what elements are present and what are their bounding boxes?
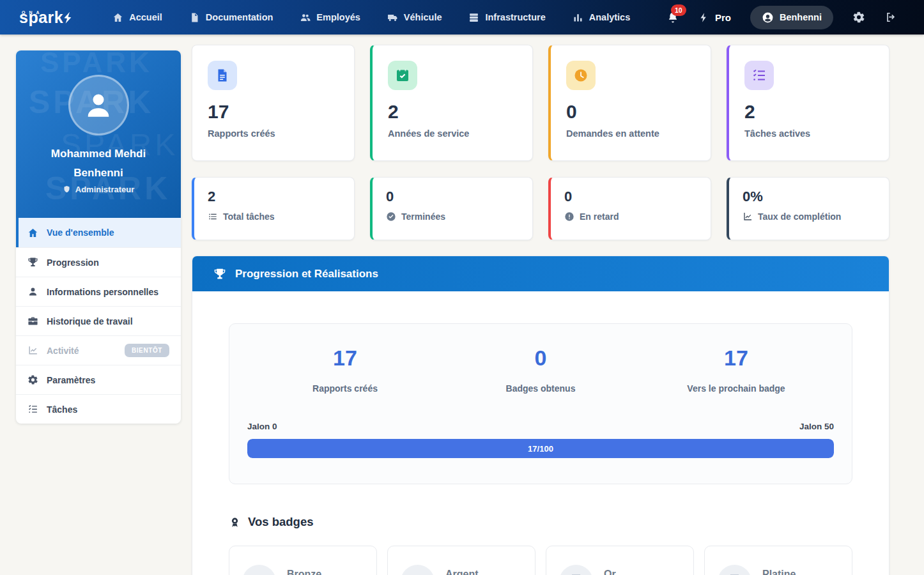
notifications-button[interactable]: 10	[666, 11, 679, 24]
stat-label: Demandes en attente	[566, 128, 695, 139]
task-label: En retard	[580, 211, 619, 222]
task-value: 0	[386, 188, 519, 205]
clock-icon	[573, 68, 589, 83]
person-icon	[27, 286, 38, 297]
nav-item-accueil[interactable]: Accueil	[112, 12, 162, 23]
badge-card-argent: Argent 100 rapports	[387, 546, 535, 575]
stat-card-annees: 2 Années de service	[370, 45, 533, 161]
progression-stats-box: 17 Rapports créés 0 Badges obtenus 17 Ve…	[229, 323, 852, 484]
badge-card-platine: Platine 300 rapports	[704, 546, 852, 575]
user-circle-icon	[762, 12, 774, 24]
stat-icon-box	[208, 61, 237, 90]
trophy-icon	[27, 257, 38, 268]
alert-circle-icon	[564, 211, 574, 222]
settings-button[interactable]	[852, 11, 865, 24]
progression-stat-label: Badges obtenus	[443, 383, 638, 394]
progress-bar: 17/100	[247, 439, 834, 458]
stat-card-demandes: 0 Demandes en attente	[548, 45, 711, 161]
truck-icon	[387, 12, 398, 23]
briefcase-icon	[27, 316, 38, 326]
sidebar-item-label: Paramètres	[47, 375, 95, 385]
pro-label: Pro	[715, 12, 731, 23]
profile-role: Administrateur	[16, 185, 181, 194]
badge-icon-circle	[559, 565, 593, 575]
task-label-row: Terminées	[386, 211, 519, 222]
badge-name: Bronze	[287, 569, 335, 575]
task-label-row: En retard	[564, 211, 697, 222]
medal-icon	[250, 573, 268, 575]
task-value: 0	[564, 188, 697, 205]
check-circle-icon	[386, 211, 396, 222]
coming-soon-badge: BIENTÔT	[125, 344, 169, 357]
trophy-icon	[726, 573, 743, 575]
sidebar-item-taches[interactable]: Tâches	[16, 394, 181, 424]
panel-title: Progression et Réalisations	[235, 268, 378, 280]
nav-item-documentation[interactable]: Documentation	[189, 12, 273, 23]
progression-panel-header: Progression et Réalisations	[192, 256, 889, 291]
trend-chart-icon	[743, 211, 753, 222]
badge-name: Platine	[762, 569, 816, 575]
brand-logo[interactable]: ONA spark	[19, 10, 75, 26]
progression-stat-prochain: 17 Vers le prochain badge	[638, 346, 834, 394]
nav-item-analytics[interactable]: Analytics	[573, 12, 630, 23]
task-card-en-retard: 0 En retard	[548, 177, 711, 240]
badge-icon-circle	[242, 565, 276, 575]
milestone-start: Jalon 0	[247, 422, 277, 431]
role-label: Administrateur	[75, 185, 134, 194]
progression-stat-label: Rapports créés	[247, 383, 443, 394]
stat-value: 2	[388, 101, 517, 123]
stat-icon-box	[566, 61, 596, 90]
task-value: 0%	[743, 188, 875, 205]
stat-label: Rapports créés	[208, 128, 339, 139]
nav-label: Véhicule	[404, 12, 442, 22]
calendar-check-icon	[395, 68, 410, 83]
badge-icon-circle	[401, 565, 435, 575]
pro-button[interactable]: Pro	[698, 12, 731, 23]
task-label: Taux de complétion	[758, 211, 841, 222]
stat-cards-row: 17 Rapports créés 2 Années de service 0 …	[192, 45, 889, 161]
line-chart-icon	[27, 345, 38, 356]
stat-label: Tâches actives	[744, 128, 874, 139]
checklist-icon	[27, 404, 38, 415]
task-label: Terminées	[401, 211, 445, 222]
sidebar-item-historique-de-travail[interactable]: Historique de travail	[16, 306, 181, 335]
nav-label: Employés	[316, 12, 360, 22]
task-cards-row: 2 Total tâches 0 Terminées 0 En retard 0…	[192, 177, 889, 240]
bar-chart-icon	[573, 12, 583, 23]
sidebar-item-informations-personnelles[interactable]: Informations personnelles	[16, 277, 181, 306]
user-name: Benhenni	[780, 12, 822, 22]
profile-card: SPARK SPARK SPARK SPARK SPARK Mohammed M…	[16, 50, 181, 218]
progression-stat-badges: 0 Badges obtenus	[443, 346, 638, 394]
nav-label: Documentation	[206, 12, 273, 22]
main-content: 17 Rapports créés 2 Années de service 0 …	[192, 45, 889, 575]
top-navbar: ONA spark Accueil Documentation Employés…	[0, 0, 924, 34]
badges-title: Vos badges	[248, 515, 313, 529]
trophy-icon	[213, 268, 226, 280]
stat-card-rapports: 17 Rapports créés	[192, 45, 355, 161]
profile-sidebar: SPARK SPARK SPARK SPARK SPARK Mohammed M…	[16, 50, 181, 424]
medal-icon	[409, 573, 426, 575]
badge-icon-circle	[718, 565, 751, 575]
user-menu-button[interactable]: Benhenni	[750, 6, 833, 29]
badge-name: Or	[604, 569, 658, 575]
nav-item-infrastructure[interactable]: Infrastructure	[468, 12, 545, 23]
logout-button[interactable]	[884, 11, 897, 24]
sidebar-item-progression[interactable]: Progression	[16, 247, 181, 277]
stat-icon-box	[388, 61, 417, 90]
progression-stat-rapports: 17 Rapports créés	[247, 346, 443, 394]
badges-grid: Bronze 50 rapports Argent 100 rapports	[229, 546, 852, 575]
lightning-icon	[61, 10, 77, 26]
stat-value: 0	[566, 101, 695, 123]
nav-label: Accueil	[129, 12, 162, 22]
task-label-row: Total tâches	[208, 211, 341, 222]
nav-item-vehicule[interactable]: Véhicule	[387, 12, 442, 23]
task-label: Total tâches	[223, 211, 275, 222]
brand-top-text: ONA	[22, 10, 43, 15]
sidebar-item-label: Activité	[47, 346, 79, 356]
sidebar-item-vue-densemble[interactable]: Vue d'ensemble	[16, 218, 181, 247]
sidebar-item-parametres[interactable]: Paramètres	[16, 365, 181, 394]
progression-stat-value: 0	[443, 346, 638, 371]
trophy-icon	[567, 573, 585, 575]
sidebar-item-label: Tâches	[47, 404, 77, 415]
nav-item-employes[interactable]: Employés	[300, 12, 360, 23]
